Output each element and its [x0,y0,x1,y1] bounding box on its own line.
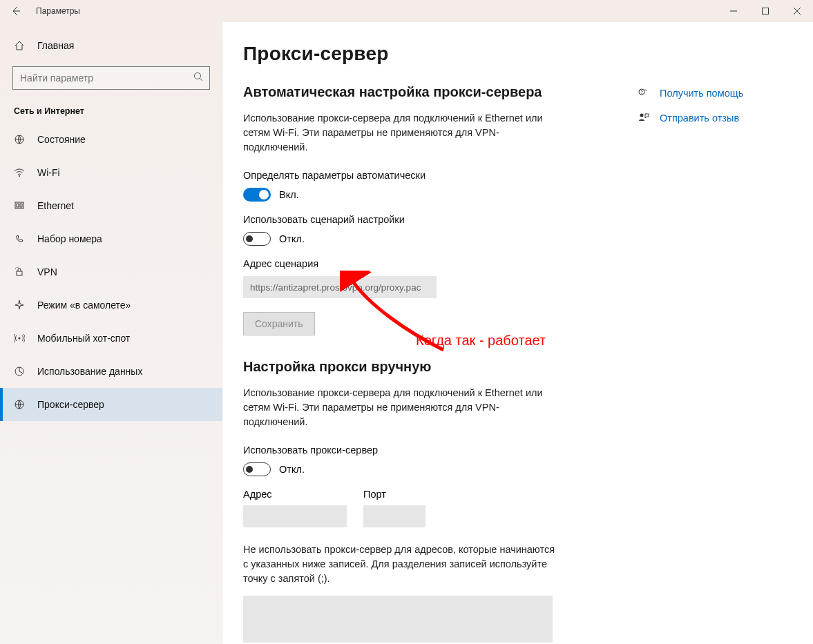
use-proxy-toggle[interactable] [243,462,271,476]
back-button[interactable] [0,0,32,22]
proxy-icon [14,399,25,410]
maximize-button[interactable] [749,0,781,22]
window-title: Параметры [36,6,80,16]
maximize-icon [762,8,769,14]
vpn-icon [14,266,25,277]
arrow-left-icon [10,6,21,17]
use-script-state: Откл. [279,233,305,244]
svg-rect-12 [17,271,22,275]
script-address-input[interactable] [243,276,437,298]
exceptions-desc: Не использовать прокси-сервер для адресо… [243,543,561,586]
manual-section-desc: Использование прокси-сервера для подключ… [243,386,561,429]
svg-rect-11 [20,204,22,207]
auto-detect-label: Определять параметры автоматически [243,170,602,181]
minimize-button[interactable] [718,0,749,22]
save-button[interactable]: Сохранить [243,312,315,335]
data-usage-icon [14,366,25,377]
svg-line-6 [200,79,203,81]
auto-section-desc: Использование прокси-сервера для подключ… [243,111,561,155]
svg-rect-2 [763,8,769,14]
sidebar-item-vpn[interactable]: VPN [0,255,222,289]
auto-section-heading: Автоматическая настройка прокси-сервера [243,84,602,100]
sidebar-item-label: Режим «в самолете» [37,300,131,311]
sidebar-item-label: Ethernet [37,200,74,211]
home-link[interactable]: Главная [0,32,222,59]
feedback-label: Отправить отзыв [660,113,739,124]
close-button[interactable] [781,0,813,22]
sidebar-item-ethernet[interactable]: Ethernet [0,189,222,222]
airplane-icon [14,300,25,311]
sidebar-item-wifi[interactable]: Wi-Fi [0,156,222,189]
sidebar-item-status[interactable]: Состояние [0,123,222,156]
script-address-label: Адрес сценария [243,258,602,269]
feedback-icon [638,112,650,124]
use-proxy-state: Откл. [279,464,305,475]
address-input[interactable] [243,505,347,527]
manual-section-heading: Настройка прокси вручную [243,359,602,375]
sidebar-item-hotspot[interactable]: Мобильный хот-спот [0,322,222,355]
sidebar-item-label: Набор номера [37,233,102,244]
use-script-toggle[interactable] [243,232,271,246]
hotspot-icon [14,333,25,344]
search-input[interactable] [20,72,193,84]
auto-detect-toggle[interactable] [243,188,271,202]
port-input[interactable] [363,505,425,527]
sidebar-item-label: Использование данных [37,366,142,377]
sidebar-item-label: Прокси-сервер [37,399,104,410]
ethernet-icon [14,200,25,211]
close-icon [794,8,801,14]
svg-point-13 [19,338,21,340]
exceptions-input[interactable] [243,596,553,643]
svg-point-5 [195,73,201,79]
sidebar-item-label: Мобильный хот-спот [37,333,130,344]
home-icon [14,40,25,51]
wifi-icon [14,167,25,178]
get-help-label: Получить помощь [660,88,743,99]
home-label: Главная [37,40,74,51]
svg-rect-10 [17,204,19,207]
search-icon [193,71,204,85]
svg-point-18 [640,114,644,117]
category-header: Сеть и Интернет [0,102,222,123]
sidebar-item-label: Состояние [37,134,86,145]
use-script-label: Использовать сценарий настройки [243,214,602,225]
sidebar-item-label: VPN [37,266,57,277]
page-title: Прокси-сервер [243,43,602,65]
minimize-icon [730,8,737,14]
search-box[interactable] [12,66,210,90]
sidebar-item-label: Wi-Fi [37,167,60,178]
sidebar-item-dialup[interactable]: Набор номера [0,222,222,255]
title-bar: Параметры [0,0,813,22]
aside-panel: Получить помощь Отправить отзыв [638,87,796,137]
address-label: Адрес [243,489,347,500]
sidebar-item-airplane[interactable]: Режим «в самолете» [0,289,222,322]
svg-point-8 [19,175,20,177]
content-area: Прокси-сервер Автоматическая настройка п… [222,22,813,644]
status-icon [14,134,25,145]
sidebar-item-proxy[interactable]: Прокси-сервер [0,388,222,421]
feedback-link[interactable]: Отправить отзыв [638,112,796,124]
sidebar: Главная Сеть и Интернет Состояние Wi-Fi … [0,22,222,644]
svg-point-17 [641,93,642,94]
dialup-icon [14,233,25,244]
help-icon [638,87,650,99]
auto-detect-state: Вкл. [279,189,299,200]
use-proxy-label: Использовать прокси-сервер [243,445,602,456]
get-help-link[interactable]: Получить помощь [638,87,796,99]
sidebar-item-datausage[interactable]: Использование данных [0,355,222,388]
port-label: Порт [363,489,425,500]
